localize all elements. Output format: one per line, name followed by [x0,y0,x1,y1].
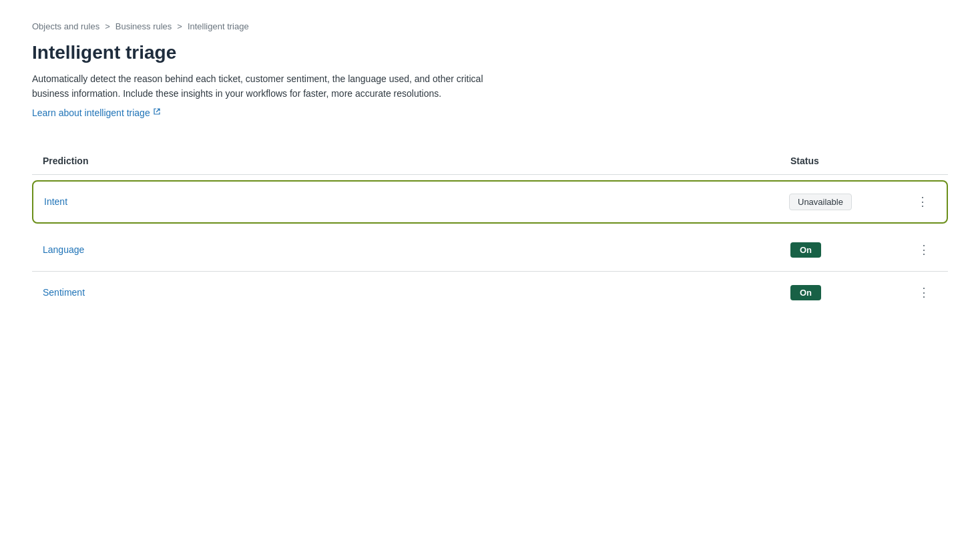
prediction-language[interactable]: Language [43,244,790,255]
status-language: On [790,242,911,258]
breadcrumb-item-objects[interactable]: Objects and rules [32,21,99,31]
actions-intent[interactable]: ⋮ [909,196,936,208]
header-prediction: Prediction [43,156,790,166]
page-title: Intelligent triage [32,42,948,63]
breadcrumb-separator-2: > [177,21,182,31]
actions-language[interactable]: ⋮ [911,244,937,256]
header-status: Status [790,156,911,166]
page-description: Automatically detect the reason behind e… [32,71,499,101]
prediction-sentiment[interactable]: Sentiment [43,287,790,298]
predictions-table: Prediction Status Intent Unavailable ⋮ L… [32,150,948,314]
more-options-icon[interactable]: ⋮ [917,196,929,208]
status-badge-unavailable: Unavailable [789,194,852,210]
breadcrumb-item-triage: Intelligent triage [188,21,249,31]
external-link-icon [153,107,161,117]
breadcrumb: Objects and rules > Business rules > Int… [32,21,948,31]
table-row: Language On ⋮ [32,229,948,272]
status-badge-on: On [790,285,821,300]
breadcrumb-separator-1: > [105,21,110,31]
status-sentiment: On [790,285,911,300]
table-header: Prediction Status [32,150,948,175]
prediction-intent[interactable]: Intent [44,196,789,207]
table-body: Intent Unavailable ⋮ Language On ⋮ Senti… [32,180,948,314]
learn-link-text: Learn about intelligent triage [32,107,150,118]
learn-link[interactable]: Learn about intelligent triage [32,107,161,118]
table-row: Sentiment On ⋮ [32,272,948,314]
more-options-icon[interactable]: ⋮ [918,286,931,298]
table-row: Intent Unavailable ⋮ [32,180,948,224]
breadcrumb-item-business[interactable]: Business rules [115,21,172,31]
actions-sentiment[interactable]: ⋮ [911,286,937,298]
status-intent: Unavailable [789,194,909,210]
status-badge-on: On [790,242,821,258]
more-options-icon[interactable]: ⋮ [918,244,931,256]
